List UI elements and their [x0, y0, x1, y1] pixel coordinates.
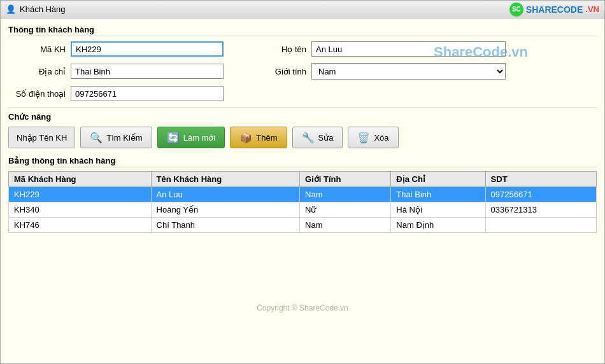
window-icon: 👤 [6, 4, 16, 15]
tim-kiem-label: Tìm Kiếm [106, 133, 142, 143]
title-bar-controls: SC SHARECODE .VN [509, 3, 599, 17]
dia-chi-pair: Địa chỉ [8, 63, 224, 80]
cell-ten: Hoàng Yến [151, 202, 299, 218]
sdt-pair: Số điện thoại [8, 86, 224, 101]
window-title: Khách Hàng [20, 4, 66, 14]
cell-sdt: 097256671 [485, 187, 596, 202]
tim-kiem-icon: 🔍 [90, 131, 103, 144]
chuc-nang-section: Chức năng Nhập Tên KH 🔍 Tìm Kiếm 🔄 Làm m… [8, 108, 597, 152]
sua-icon: 🔧 [302, 131, 315, 144]
cell-ma: KH229 [9, 187, 152, 202]
title-bar: 👤 Khách Hàng SC SHARECODE .VN [1, 1, 604, 18]
cell-ma: KH746 [9, 218, 152, 233]
ma-kh-input[interactable] [71, 41, 224, 57]
col-ten-kh: Tên Khách Hàng [151, 172, 299, 187]
lam-moi-icon: 🔄 [167, 131, 180, 144]
gioi-tinh-select[interactable]: Nam Nữ [311, 63, 506, 80]
sua-button[interactable]: 🔧 Sửa [292, 127, 343, 148]
gioi-tinh-label: Giới tính [249, 67, 306, 76]
tim-kiem-button[interactable]: 🔍 Tìm Kiếm [80, 127, 152, 148]
ho-ten-input[interactable] [311, 41, 506, 57]
form-row-2: Địa chỉ Giới tính Nam Nữ [8, 63, 597, 80]
table-row[interactable]: KH229 An Luu Nam Thai Binh 097256671 [9, 187, 597, 202]
cell-ten: Chí Thanh [151, 218, 299, 233]
lam-moi-label: Làm mới [183, 133, 216, 143]
table-section: Bảng thông tin khách hàng Mã Khách Hàng … [8, 156, 597, 233]
thong-tin-section: Thông tin khách hàng Mã KH Họ tên Địa ch… [8, 25, 597, 101]
ho-ten-pair: Họ tên [249, 41, 506, 57]
them-button[interactable]: 📦 Thêm [230, 127, 287, 148]
sua-label: Sửa [318, 133, 334, 143]
table-title: Bảng thông tin khách hàng [8, 156, 597, 167]
xoa-button[interactable]: 🗑️ Xóa [348, 127, 398, 148]
col-dia-chi: Địa Chỉ [391, 172, 485, 187]
table-row[interactable]: KH340 Hoàng Yến Nữ Hà Nội 0336721313 [9, 202, 597, 218]
gioi-tinh-pair: Giới tính Nam Nữ [249, 63, 506, 80]
table-header-row: Mã Khách Hàng Tên Khách Hàng Giới Tính Đ… [9, 172, 597, 187]
dia-chi-label: Địa chỉ [8, 67, 66, 76]
chuc-nang-title: Chức năng [8, 112, 597, 122]
form-row-3: Số điện thoại [8, 86, 597, 101]
dia-chi-input[interactable] [71, 64, 224, 79]
col-ma-kh: Mã Khách Hàng [9, 172, 152, 187]
main-content: ShareCode.vn Thông tin khách hàng Mã KH … [1, 18, 604, 363]
nhap-ten-button[interactable]: Nhập Tên KH [8, 127, 75, 148]
ma-kh-pair: Mã KH [8, 41, 224, 57]
customer-table: Mã Khách Hàng Tên Khách Hàng Giới Tính Đ… [8, 171, 597, 233]
them-label: Thêm [256, 133, 277, 143]
title-bar-left: 👤 Khách Hàng [6, 4, 66, 15]
them-icon: 📦 [239, 131, 252, 144]
buttons-row: Nhập Tên KH 🔍 Tìm Kiếm 🔄 Làm mới 📦 Thêm … [8, 127, 597, 148]
sdt-input[interactable] [71, 86, 224, 101]
xoa-label: Xóa [374, 133, 388, 143]
cell-dia-chi: Thai Binh [391, 187, 485, 202]
col-gioi-tinh: Giới Tính [300, 172, 391, 187]
cell-gioi-tinh: Nam [300, 187, 391, 202]
sharecode-logo: SC SHARECODE .VN [509, 3, 599, 17]
logo-icon: SC [509, 3, 523, 17]
lam-moi-button[interactable]: 🔄 Làm mới [157, 127, 225, 148]
cell-sdt [485, 218, 596, 233]
cell-gioi-tinh: Nam [300, 218, 391, 233]
cell-ma: KH340 [9, 202, 152, 218]
cell-sdt: 0336721313 [485, 202, 596, 218]
table-body: KH229 An Luu Nam Thai Binh 097256671 KH3… [9, 187, 597, 233]
form-row-1: Mã KH Họ tên [8, 41, 597, 57]
main-window: 👤 Khách Hàng SC SHARECODE .VN ShareCode.… [0, 0, 605, 364]
table-row[interactable]: KH746 Chí Thanh Nam Nam Định [9, 218, 597, 233]
cell-dia-chi: Hà Nội [391, 202, 485, 218]
ho-ten-label: Họ tên [249, 45, 306, 54]
cell-ten: An Luu [151, 187, 299, 202]
logo-domain: .VN [585, 4, 599, 14]
sdt-label: Số điện thoại [8, 89, 66, 99]
thong-tin-title: Thông tin khách hàng [8, 25, 597, 36]
copyright: Copyright © ShareCode.vn [257, 304, 348, 312]
xoa-icon: 🗑️ [357, 131, 370, 144]
cell-gioi-tinh: Nữ [300, 202, 391, 218]
ma-kh-label: Mã KH [8, 45, 66, 54]
cell-dia-chi: Nam Định [391, 218, 485, 233]
col-sdt: SDT [485, 172, 596, 187]
logo-brand: SHARECODE [526, 4, 583, 15]
